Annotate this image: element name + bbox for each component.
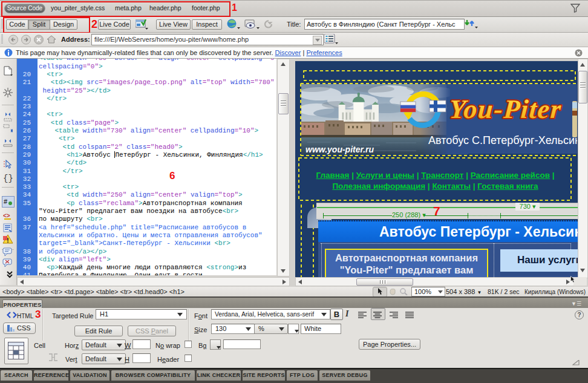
svg-text:{}: {} [3,174,13,183]
svg-text:<>: <> [3,212,10,219]
svg-text:#: # [4,198,7,205]
